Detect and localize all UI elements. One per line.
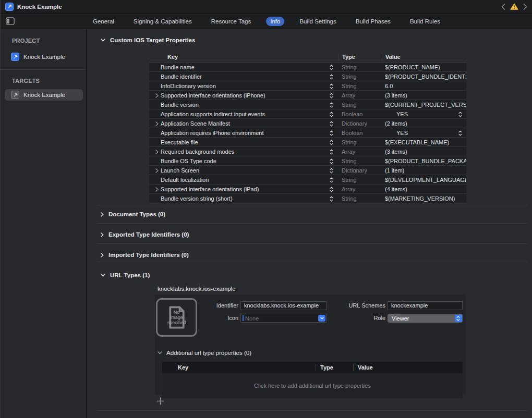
back-button[interactable] xyxy=(501,4,505,10)
table-row[interactable]: Supported interface orientations (iPhone… xyxy=(149,91,466,100)
tab-resource-tags[interactable]: Resource Tags xyxy=(207,17,256,26)
chevron-down-icon xyxy=(158,351,162,354)
additional-url-properties-title: Additional url type properties (0) xyxy=(166,350,251,356)
row-value[interactable]: (4 items) xyxy=(382,185,466,194)
project-section-label: PROJECT xyxy=(12,38,40,44)
table-row[interactable]: Bundle version string (short)String$(MAR… xyxy=(149,194,466,203)
row-key: Application supports indirect input even… xyxy=(161,111,265,117)
icon-combobox[interactable]: None xyxy=(240,314,327,323)
tab-general[interactable]: General xyxy=(89,17,118,26)
table-row[interactable]: Supported interface orientations (iPad)A… xyxy=(149,185,466,194)
key-stepper-icon[interactable] xyxy=(330,93,333,99)
key-stepper-icon[interactable] xyxy=(330,177,333,183)
table-row[interactable]: Default localizationString$(DEVELOPMENT_… xyxy=(149,175,466,185)
section-divider xyxy=(97,262,527,262)
key-stepper-icon[interactable] xyxy=(330,83,333,89)
combobox-dropdown-icon[interactable] xyxy=(318,315,325,322)
table-row[interactable]: Executable fileString$(EXECUTABLE_NAME) xyxy=(149,138,466,147)
text-cursor xyxy=(243,315,244,321)
tab-info[interactable]: Info xyxy=(266,17,284,26)
key-stepper-icon[interactable] xyxy=(330,140,333,145)
sidebar-item-project[interactable]: Knock Example xyxy=(5,51,83,63)
table-row[interactable]: Application supports indirect input even… xyxy=(149,109,466,119)
tab-build-rules[interactable]: Build Rules xyxy=(406,17,444,26)
row-value[interactable]: (3 items) xyxy=(382,91,466,100)
value-stepper-icon[interactable] xyxy=(458,112,462,117)
row-value[interactable]: 6.0 xyxy=(382,81,466,91)
key-stepper-icon[interactable] xyxy=(330,149,333,155)
table-row[interactable]: Application requires iPhone environmentB… xyxy=(149,128,466,138)
disclosure-chevron-icon[interactable] xyxy=(153,121,161,126)
add-url-type-button[interactable] xyxy=(156,397,164,405)
section-imported-type-identifiers[interactable]: Imported Type Identifiers (0) xyxy=(101,251,189,259)
section-divider xyxy=(97,205,527,205)
url-schemes-field[interactable]: knockexample xyxy=(388,301,463,310)
key-stepper-icon[interactable] xyxy=(330,121,333,127)
key-stepper-icon[interactable] xyxy=(330,196,333,202)
row-key: Bundle version string (short) xyxy=(161,195,233,202)
key-stepper-icon[interactable] xyxy=(330,102,333,108)
key-stepper-icon[interactable] xyxy=(330,187,333,192)
forward-button[interactable] xyxy=(523,4,527,10)
url-type-image-well[interactable]: No image specified xyxy=(156,298,197,337)
table-row[interactable]: Bundle OS Type codeString$(PRODUCT_BUNDL… xyxy=(149,156,466,166)
sidebar-divider xyxy=(1,69,86,70)
row-value[interactable]: YES xyxy=(382,109,466,119)
row-value[interactable]: $(PRODUCT_NAME) xyxy=(382,63,466,72)
additional-properties-table: Key Type Value Click here to add additio… xyxy=(162,362,463,398)
identifier-field[interactable]: knocklabs.knock.ios-example xyxy=(240,301,327,310)
sidebar-toggle-icon[interactable] xyxy=(6,17,15,25)
row-value[interactable]: $(MARKETING_VERSION) xyxy=(382,194,466,203)
sidebar-item-target[interactable]: Knock Example xyxy=(5,89,83,101)
add-properties-placeholder[interactable]: Click here to add additional url type pr… xyxy=(162,373,463,398)
row-key: Application Scene Manifest xyxy=(161,120,230,127)
row-value[interactable]: (3 items) xyxy=(382,147,466,156)
table-header: Key Type Value xyxy=(149,52,466,63)
identifier-label: Identifier xyxy=(201,301,238,310)
tab-build-phases[interactable]: Build Phases xyxy=(352,17,395,26)
table-row[interactable]: Launch ScreenDictionary(1 item) xyxy=(149,166,466,175)
table-row[interactable]: Required background modesArray(3 items) xyxy=(149,147,466,156)
section-exported-type-identifiers[interactable]: Exported Type Identifiers (0) xyxy=(101,230,189,239)
table-header: Key Type Value xyxy=(162,362,463,373)
table-row[interactable]: Bundle versionString$(CURRENT_PROJECT_VE… xyxy=(149,100,466,109)
row-value[interactable]: YES xyxy=(382,128,466,138)
table-row[interactable]: Bundle identifierString$(PRODUCT_BUNDLE_… xyxy=(149,72,466,81)
section-document-types[interactable]: Document Types (0) xyxy=(101,210,165,218)
table-row[interactable]: Bundle nameString$(PRODUCT_NAME) xyxy=(149,63,466,72)
table-row[interactable]: Application Scene ManifestDictionary(2 i… xyxy=(149,119,466,128)
section-custom-ios-target-properties[interactable]: Custom iOS Target Properties xyxy=(101,36,195,44)
value-stepper-icon[interactable] xyxy=(458,130,462,136)
chevron-right-icon xyxy=(101,212,104,217)
table-row[interactable]: InfoDictionary versionString6.0 xyxy=(149,81,466,91)
tab-signing-capabilities[interactable]: Signing & Capabilities xyxy=(129,17,196,26)
key-stepper-icon[interactable] xyxy=(330,74,333,80)
row-value[interactable]: $(PRODUCT_BUNDLE_IDENTIFIER) xyxy=(382,72,466,81)
row-value[interactable]: (2 items) xyxy=(382,119,466,128)
chevron-right-icon xyxy=(101,253,104,257)
key-stepper-icon[interactable] xyxy=(330,65,333,70)
row-key: Executable file xyxy=(161,139,198,145)
row-value[interactable]: $(PRODUCT_BUNDLE_PACKAGE_TYPE) xyxy=(382,156,466,166)
key-stepper-icon[interactable] xyxy=(330,130,333,136)
additional-url-properties-header[interactable]: Additional url type properties (0) xyxy=(158,350,251,356)
role-popup[interactable]: Viewer xyxy=(388,314,463,323)
key-stepper-icon[interactable] xyxy=(330,158,333,164)
row-value[interactable]: $(DEVELOPMENT_LANGUAGE) xyxy=(382,175,466,185)
section-title: Document Types (0) xyxy=(108,211,165,217)
disclosure-chevron-icon[interactable] xyxy=(153,150,161,154)
key-stepper-icon[interactable] xyxy=(330,112,333,117)
tab-build-settings[interactable]: Build Settings xyxy=(295,17,340,26)
warning-icon[interactable] xyxy=(510,3,518,10)
key-stepper-icon[interactable] xyxy=(330,168,333,174)
row-value[interactable]: (1 item) xyxy=(382,166,466,175)
disclosure-chevron-icon[interactable] xyxy=(153,93,161,98)
url-type-card: No image specified Identifier knocklabs.… xyxy=(155,294,466,395)
row-value[interactable]: $(EXECUTABLE_NAME) xyxy=(382,138,466,147)
disclosure-chevron-icon[interactable] xyxy=(153,168,161,173)
column-header-value: Value xyxy=(353,364,463,371)
row-key: Bundle version xyxy=(161,102,199,108)
disclosure-chevron-icon[interactable] xyxy=(153,187,161,192)
row-value[interactable]: $(CURRENT_PROJECT_VERSION) xyxy=(382,100,466,109)
section-url-types[interactable]: URL Types (1) xyxy=(101,271,150,279)
